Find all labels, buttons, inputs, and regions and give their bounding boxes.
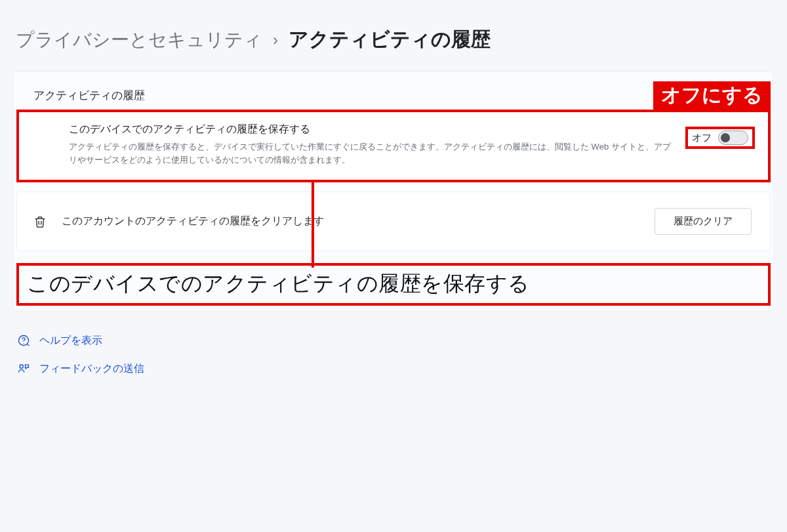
annotation-connector-vertical [312, 182, 314, 268]
help-icon [17, 334, 30, 347]
clear-history-label: このアカウントのアクティビティの履歴をクリアします [62, 215, 324, 228]
section-header: アクティビティの履歴 オフにする [14, 72, 773, 110]
annotation-toggle-highlight: オフ [685, 127, 755, 149]
footer-links: ヘルプを表示 フィードバックの送信 [13, 334, 774, 376]
breadcrumb-parent[interactable]: プライバシーとセキュリティ [16, 28, 262, 52]
setting-text: このデバイスでのアクティビティの履歴を保存する アクティビティの履歴を保存すると… [69, 123, 685, 167]
feedback-icon [17, 362, 30, 375]
toggle-state-label: オフ [692, 132, 712, 144]
feedback-link[interactable]: フィードバックの送信 [17, 362, 774, 376]
annotation-callout: オフにする [653, 81, 771, 110]
clear-history-row: このアカウントのアクティビティの履歴をクリアします 履歴のクリア [16, 192, 771, 251]
breadcrumb: プライバシーとセキュリティ › アクティビティの履歴 [13, 26, 774, 53]
feedback-link-label: フィードバックの送信 [39, 362, 144, 376]
annotation-enlarged-title: このデバイスでのアクティビティの履歴を保存する [16, 263, 771, 305]
activity-history-card: アクティビティの履歴 オフにする このデバイスでのアクティビティの履歴を保存する… [13, 72, 774, 312]
enlarged-title-text: このデバイスでのアクティビティの履歴を保存する [27, 271, 760, 296]
store-activity-toggle[interactable] [718, 131, 748, 145]
store-activity-setting: このデバイスでのアクティビティの履歴を保存する アクティビティの履歴を保存すると… [16, 110, 771, 182]
help-link-label: ヘルプを表示 [39, 334, 102, 348]
clear-left: このアカウントのアクティビティの履歴をクリアします [33, 215, 324, 229]
trash-icon [33, 215, 47, 229]
help-link[interactable]: ヘルプを表示 [17, 334, 774, 348]
svg-point-1 [24, 343, 24, 344]
breadcrumb-current: アクティビティの履歴 [289, 26, 491, 53]
svg-point-2 [20, 365, 23, 368]
setting-title: このデバイスでのアクティビティの履歴を保存する [69, 123, 674, 136]
section-title: アクティビティの履歴 [33, 88, 145, 103]
setting-description: アクティビティの履歴を保存すると、デバイスで実行していた作業にすぐに戻ることがで… [69, 140, 674, 167]
chevron-right-icon: › [273, 31, 278, 49]
toggle-knob [721, 133, 730, 142]
settings-page: プライバシーとセキュリティ › アクティビティの履歴 アクティビティの履歴 オフ… [0, 0, 787, 403]
clear-history-button[interactable]: 履歴のクリア [655, 208, 752, 235]
